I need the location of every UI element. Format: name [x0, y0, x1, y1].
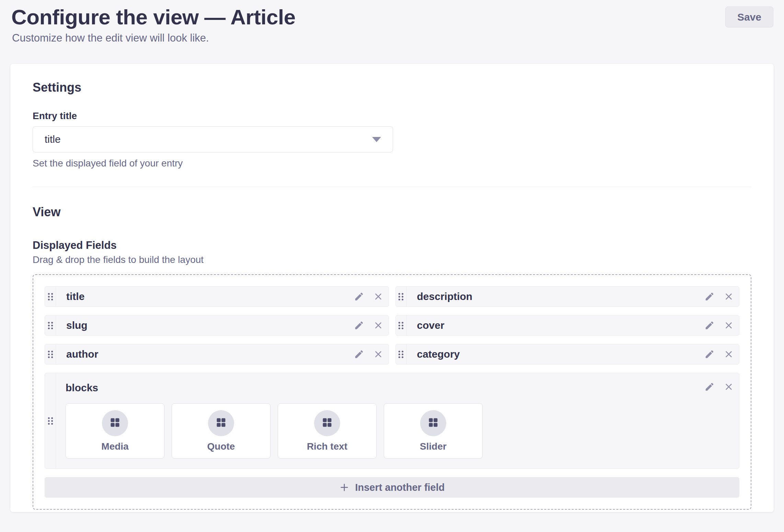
cross-icon[interactable]: [371, 319, 385, 332]
displayed-fields-hint: Drag & drop the fields to build the layo…: [33, 254, 751, 265]
pencil-icon[interactable]: [703, 347, 716, 361]
drag-handle-icon[interactable]: [396, 315, 407, 335]
drag-handle-icon[interactable]: [45, 344, 56, 364]
field-name: slug: [66, 320, 88, 331]
component-card-quote[interactable]: Quote: [172, 403, 270, 459]
component-list: Media Quote Rich text Slider: [66, 403, 734, 459]
cross-icon[interactable]: [371, 290, 385, 303]
drag-handle-icon[interactable]: [396, 287, 407, 307]
configuration-card: Settings Entry title title Set the displ…: [10, 64, 774, 512]
page-title: Configure the view — Article: [11, 5, 773, 29]
plus-icon: [339, 482, 349, 493]
cross-icon[interactable]: [371, 347, 385, 361]
pencil-icon[interactable]: [703, 380, 716, 394]
entry-title-select[interactable]: title: [33, 126, 393, 152]
insert-another-field-label: Insert another field: [355, 482, 445, 493]
field-name: description: [417, 291, 473, 302]
component-label: Rich text: [307, 441, 347, 452]
component-label: Quote: [207, 441, 235, 452]
cross-icon[interactable]: [722, 290, 736, 303]
grid-icon: [322, 417, 332, 429]
field-name: blocks: [66, 382, 734, 394]
drag-handle-icon[interactable]: [396, 344, 407, 364]
component-label: Media: [101, 441, 128, 452]
pencil-icon[interactable]: [703, 290, 716, 303]
component-label: Slider: [420, 441, 447, 452]
field-name: cover: [417, 320, 445, 331]
field-row-description[interactable]: description: [395, 286, 740, 307]
section-divider: [33, 187, 751, 187]
field-row-cover[interactable]: cover: [395, 315, 740, 336]
component-card-media[interactable]: Media: [66, 403, 164, 459]
pencil-icon[interactable]: [352, 290, 366, 303]
settings-heading: Settings: [33, 80, 751, 95]
drag-handle-icon[interactable]: [45, 315, 56, 335]
field-row-blocks[interactable]: blocks Media Quote Ri: [45, 373, 739, 469]
pencil-icon[interactable]: [352, 319, 366, 332]
field-row-author[interactable]: author: [45, 344, 389, 365]
entry-title-label: Entry title: [33, 111, 751, 122]
cross-icon[interactable]: [722, 319, 736, 332]
field-row-category[interactable]: category: [395, 344, 740, 365]
page-header: Configure the view — Article Customize h…: [0, 0, 784, 44]
cross-icon[interactable]: [722, 380, 736, 394]
displayed-fields-label: Displayed Fields: [33, 239, 751, 252]
grid-icon: [110, 417, 120, 429]
entry-title-hint: Set the displayed field of your entry: [33, 158, 751, 169]
caret-down-icon: [372, 137, 381, 142]
displayed-fields-header: Displayed Fields Drag & drop the fields …: [33, 239, 751, 265]
pencil-icon[interactable]: [352, 347, 366, 361]
field-name: author: [66, 348, 98, 360]
fields-drop-zone: title description slug cover: [33, 274, 751, 510]
grid-icon: [428, 417, 438, 429]
field-name: title: [66, 291, 84, 302]
field-row-title[interactable]: title: [45, 286, 389, 307]
field-row-slug[interactable]: slug: [45, 315, 389, 336]
entry-title-field: Entry title title Set the displayed fiel…: [33, 111, 751, 169]
grid-icon: [216, 417, 226, 429]
entry-title-select-value: title: [45, 134, 61, 145]
component-card-slider[interactable]: Slider: [384, 403, 483, 459]
insert-another-field-button[interactable]: Insert another field: [45, 477, 739, 498]
cross-icon[interactable]: [722, 347, 736, 361]
pencil-icon[interactable]: [703, 319, 716, 332]
drag-handle-icon[interactable]: [45, 373, 56, 469]
save-button[interactable]: Save: [725, 7, 773, 27]
field-name: category: [417, 348, 460, 360]
drag-handle-icon[interactable]: [45, 287, 56, 307]
page-subtitle: Customize how the edit view will look li…: [12, 32, 773, 44]
view-heading: View: [33, 205, 751, 219]
component-card-rich-text[interactable]: Rich text: [278, 403, 377, 459]
